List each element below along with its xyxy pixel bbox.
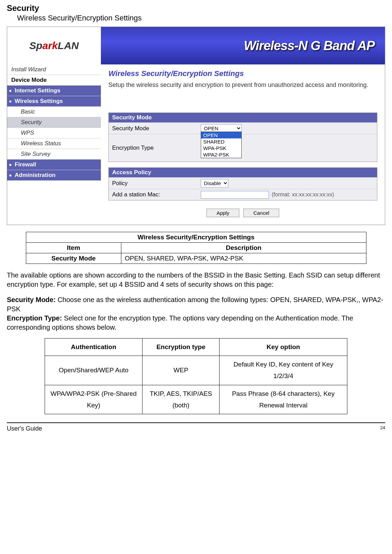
- dropdown-option-shared[interactable]: SHARED: [201, 138, 241, 145]
- add-mac-row: Add a station Mac: (format: xx:xx:xx:xx:…: [109, 189, 377, 200]
- settings-summary-table: Wireless Security/Encryption Settings It…: [26, 232, 366, 264]
- sidebar-item-device-mode[interactable]: Device Mode: [7, 75, 101, 86]
- table1-header-item: Item: [26, 243, 121, 253]
- main-area: Install Wizard Device Mode Internet Sett…: [7, 64, 385, 225]
- apply-button[interactable]: Apply: [207, 209, 239, 217]
- button-row: Apply Cancel: [108, 206, 377, 220]
- table2-header-auth: Authentication: [45, 339, 142, 356]
- page-footer: User's Guide 24: [7, 422, 385, 432]
- table2-r2c1: WPA/WPA2-PSK (Pre-Shared Key): [45, 385, 142, 414]
- logo-part1: Sp: [29, 40, 42, 51]
- table1-caption: Wireless Security/Encryption Settings: [26, 232, 366, 243]
- access-policy-panel-header: Access Policy: [109, 168, 377, 177]
- security-mode-dropdown-list: OPEN SHARED WPA-PSK WPA2-PSK: [201, 132, 242, 158]
- banner: SparkLAN Wireless-N G Band AP: [7, 27, 385, 64]
- table2-r1c2: WEP: [142, 356, 220, 385]
- content-heading: Wireless Security/Encryption Settings: [108, 69, 377, 78]
- add-mac-label: Add a station Mac:: [109, 189, 197, 200]
- mac-format-hint: (format: xx:xx:xx:xx:xx:xx): [272, 192, 334, 198]
- table2-header-key: Key option: [220, 339, 347, 356]
- security-mode-text: Choose one as the wireless authenticatio…: [7, 296, 383, 313]
- table1-header-description: Description: [121, 243, 366, 253]
- policy-row: Policy Disable: [109, 177, 377, 189]
- encryption-type-strong: Encryption Type:: [7, 314, 62, 322]
- policy-select[interactable]: Disable: [201, 179, 228, 188]
- cancel-button[interactable]: Cancel: [243, 209, 279, 217]
- access-policy-panel: Access Policy Policy Disable Add a stati…: [108, 167, 377, 200]
- content-description: Setup the wireless security and encrypti…: [108, 81, 377, 89]
- add-mac-input[interactable]: [201, 191, 269, 199]
- encryption-type-row: Encryption Type: [109, 134, 377, 162]
- banner-title: Wireless-N G Band AP: [101, 27, 385, 64]
- encryption-type-label: Encryption Type: [109, 143, 197, 153]
- table2-header-enc: Encryption type: [142, 339, 220, 356]
- table1-cell-description: OPEN, SHARED, WPA-PSK, WPA2-PSK: [121, 253, 366, 264]
- logo-part2: ark: [42, 40, 58, 51]
- content-area: Wireless Security/Encryption Settings Se…: [101, 64, 385, 225]
- sidebar-item-install-wizard[interactable]: Install Wizard: [7, 64, 101, 75]
- sidebar-item-wireless-settings[interactable]: Wireless Settings: [7, 96, 101, 107]
- security-mode-select-wrapper: OPEN OPEN SHARED WPA-PSK WPA2-PSK: [201, 124, 242, 133]
- sidebar-item-site-survey[interactable]: Site Survey: [7, 149, 101, 160]
- table2-r2c2: TKIP, AES, TKIP/AES (both): [142, 385, 220, 414]
- footer-page-number: 24: [380, 425, 385, 432]
- sidebar-item-wireless-status[interactable]: Wireless Status: [7, 138, 101, 149]
- page-title: Security: [7, 3, 385, 13]
- dropdown-option-wpa-psk[interactable]: WPA-PSK: [201, 145, 241, 151]
- table2-r1c3: Default Key ID, Key content of Key 1/2/3…: [220, 356, 347, 385]
- security-mode-panel-header: Security Mode: [109, 113, 377, 122]
- dropdown-option-open[interactable]: OPEN: [201, 132, 241, 138]
- sidebar-item-basic[interactable]: Basic: [7, 107, 101, 117]
- encryption-options-table: Authentication Encryption type Key optio…: [45, 338, 347, 414]
- sidebar-item-wps[interactable]: WPS: [7, 128, 101, 138]
- logo-text: SparkLAN: [29, 40, 79, 51]
- table1-cell-item: Security Mode: [26, 253, 121, 264]
- sidebar-item-administration[interactable]: Administration: [7, 170, 101, 181]
- policy-label: Policy: [109, 178, 197, 189]
- paragraph-available-options: The available options are shown accordin…: [7, 271, 385, 289]
- sidebar-item-security[interactable]: Security: [7, 117, 101, 128]
- page-subtitle: Wireless Security/Encryption Settings: [17, 14, 385, 23]
- sidebar-item-internet-settings[interactable]: Internet Settings: [7, 86, 101, 96]
- dropdown-option-wpa2-psk[interactable]: WPA2-PSK: [201, 151, 241, 158]
- security-mode-label: Security Mode: [109, 123, 197, 134]
- footer-guide: User's Guide: [7, 425, 42, 432]
- logo: SparkLAN: [7, 27, 101, 64]
- page-header: Security Wireless Security/Encryption Se…: [7, 3, 385, 23]
- paragraph-mode-descriptions: Security Mode: Choose one as the wireles…: [7, 295, 385, 332]
- security-mode-strong: Security Mode:: [7, 296, 56, 303]
- sidebar-item-firewall[interactable]: Firewall: [7, 160, 101, 170]
- table2-r1c1: Open/Shared/WEP Auto: [45, 356, 142, 385]
- security-mode-row: Security Mode OPEN OPEN SHARED WPA-PSK W…: [109, 122, 377, 134]
- app-screenshot: SparkLAN Wireless-N G Band AP Install Wi…: [7, 27, 385, 225]
- table2-r2c3: Pass Phrase (8-64 characters), Key Renew…: [220, 385, 347, 414]
- security-mode-panel: Security Mode Security Mode OPEN OPEN SH…: [108, 113, 377, 162]
- sidebar: Install Wizard Device Mode Internet Sett…: [7, 64, 101, 225]
- logo-part3: LAN: [58, 40, 79, 51]
